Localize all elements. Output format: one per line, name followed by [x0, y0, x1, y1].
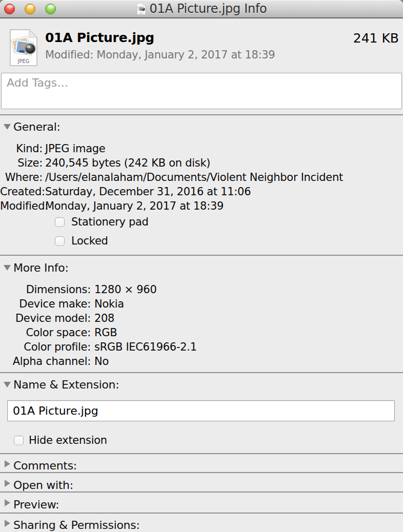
row-label: Color space:	[0, 325, 91, 340]
row-label: Color profile:	[0, 340, 91, 354]
info-row: Alpha channel: No	[0, 354, 403, 369]
comments-title: Comments:	[13, 459, 77, 472]
row-label: Device make:	[0, 297, 91, 311]
row-value: 1280 × 960	[94, 282, 156, 297]
info-row: Size: 240,545 bytes (242 KB on disk)	[0, 156, 403, 170]
hide-extension-checkbox[interactable]	[14, 436, 24, 445]
titlebar-title-group: 01A Picture.jpg Info	[0, 0, 403, 17]
row-label: Created:	[0, 185, 43, 199]
info-row: Device model: 208	[0, 311, 403, 325]
window-titlebar[interactable]: 01A Picture.jpg Info	[0, 0, 403, 18]
section-comments[interactable]: Comments:	[0, 459, 403, 473]
row-value: 208	[94, 311, 114, 325]
section-general: General: Kind: JPEG image Size: 240,545 …	[0, 120, 403, 248]
checkbox-label: Hide extension	[29, 434, 107, 446]
info-row: Color profile: sRGB IEC61966-2.1	[0, 340, 403, 354]
row-label: Where:	[0, 170, 43, 185]
more-info-title: More Info:	[13, 261, 69, 274]
jpeg-file-icon	[8, 29, 39, 66]
disclosure-closed-icon[interactable]	[5, 480, 10, 487]
file-name: 01A Picture.jpg	[45, 30, 275, 46]
more-info-rows: Dimensions: 1280 × 960 Device make: Noki…	[0, 282, 403, 369]
add-tags-input[interactable]	[1, 73, 402, 109]
disclosure-open-icon[interactable]	[4, 124, 11, 130]
section-preview[interactable]: Preview:	[0, 498, 403, 512]
general-header[interactable]: General:	[0, 120, 403, 134]
row-value: JPEG image	[45, 141, 105, 156]
info-row: Dimensions: 1280 × 960	[0, 282, 403, 297]
sharing-permissions-title: Sharing & Permissions:	[13, 519, 140, 531]
window-title: 01A Picture.jpg Info	[150, 2, 267, 16]
row-label: Device model:	[0, 311, 91, 325]
locked-row: Locked	[48, 234, 403, 248]
file-header: 01A Picture.jpg Modified: Monday, Januar…	[45, 30, 275, 62]
info-row: Created: Saturday, December 31, 2016 at …	[0, 185, 403, 199]
more-info-header[interactable]: More Info:	[0, 261, 403, 275]
section-more-info: More Info: Dimensions: 1280 × 960 Device…	[0, 261, 403, 369]
row-value: No	[94, 354, 109, 369]
locked-checkbox[interactable]	[55, 236, 65, 246]
row-label: Alpha channel:	[0, 354, 91, 369]
hide-extension-row: Hide extension	[9, 433, 107, 447]
get-info-window: 01A Picture.jpg Info 01A Picture.jpg Mod…	[0, 0, 403, 532]
name-extension-title: Name & Extension:	[13, 378, 119, 391]
section-sharing-permissions[interactable]: Sharing & Permissions:	[0, 518, 403, 532]
row-value: Monday, January 2, 2017 at 18:39	[45, 199, 224, 213]
filename-input[interactable]	[7, 400, 395, 421]
section-divider	[0, 114, 403, 115]
general-checkboxes: Stationery pad Locked	[48, 215, 403, 248]
jpeg-document-icon	[136, 3, 146, 15]
section-open-with[interactable]: Open with:	[0, 478, 403, 493]
disclosure-closed-icon[interactable]	[5, 460, 10, 467]
stationery-pad-checkbox[interactable]	[55, 217, 65, 227]
info-row: Color space: RGB	[0, 325, 403, 340]
info-row: Modified: Monday, January 2, 2017 at 18:…	[0, 199, 403, 213]
section-divider	[0, 255, 403, 256]
row-label: Kind:	[0, 141, 43, 156]
general-rows: Kind: JPEG image Size: 240,545 bytes (24…	[0, 141, 403, 213]
section-divider	[0, 372, 403, 373]
section-name-extension: Name & Extension:	[0, 378, 403, 392]
name-extension-header[interactable]: Name & Extension:	[0, 378, 403, 392]
row-label: Modified:	[0, 199, 43, 213]
stationery-pad-row: Stationery pad	[48, 215, 403, 229]
row-value: sRGB IEC61966-2.1	[94, 340, 197, 354]
row-label: Size:	[0, 156, 43, 170]
row-value: /Users/elanalaham/Documents/Violent Neig…	[45, 170, 343, 185]
info-panel: 01A Picture.jpg Modified: Monday, Januar…	[0, 18, 403, 532]
section-divider	[0, 513, 403, 514]
disclosure-closed-icon[interactable]	[5, 520, 10, 527]
general-title: General:	[13, 120, 61, 133]
section-divider	[0, 472, 403, 473]
info-row: Device make: Nokia	[0, 297, 403, 311]
section-divider	[0, 453, 403, 454]
file-size: 241 KB	[353, 31, 399, 46]
disclosure-open-icon[interactable]	[4, 382, 11, 387]
open-with-title: Open with:	[13, 479, 73, 492]
info-row: Kind: JPEG image	[0, 141, 403, 156]
row-value: 240,545 bytes (242 KB on disk)	[45, 156, 210, 170]
preview-title: Preview:	[13, 498, 59, 511]
section-divider	[0, 492, 403, 493]
disclosure-open-icon[interactable]	[4, 265, 11, 271]
checkbox-label: Locked	[71, 235, 108, 247]
row-value: Saturday, December 31, 2016 at 11:06	[45, 185, 251, 199]
disclosure-closed-icon[interactable]	[5, 499, 10, 506]
info-row: Where: /Users/elanalaham/Documents/Viole…	[0, 170, 403, 185]
checkbox-label: Stationery pad	[71, 216, 149, 228]
file-modified-line: Modified: Monday, January 2, 2017 at 18:…	[45, 48, 275, 62]
row-value: RGB	[94, 325, 117, 340]
row-label: Dimensions:	[0, 282, 91, 297]
row-value: Nokia	[94, 297, 124, 311]
